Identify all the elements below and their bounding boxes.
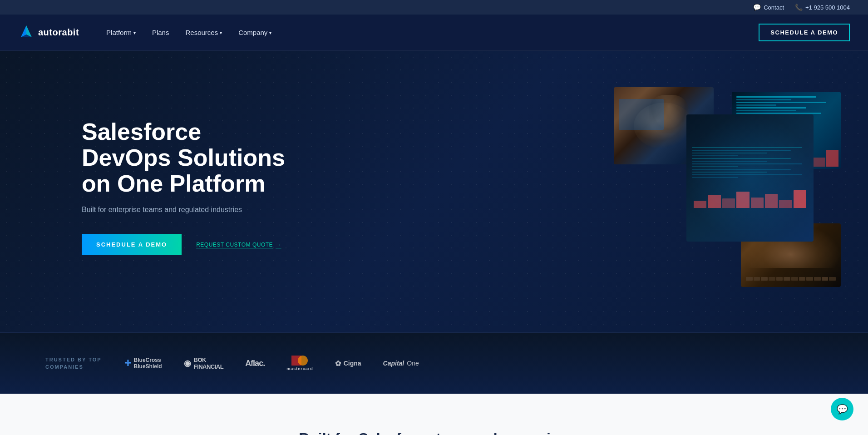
logo-aflac: Aflac. [245,359,265,368]
logo-capitalone: Capital One [383,360,419,367]
logo-cigna: ✿ Cigna [335,359,361,368]
hero-images [614,87,841,287]
nav-schedule-demo-button[interactable]: SCHEDULE A DEMO [759,24,850,41]
logo-bluecross: ✛ BlueCrossBlueShield [124,357,162,370]
hero-title: Salesforce DevOps Solutions on One Platf… [82,119,285,197]
mastercard-right-circle [298,356,308,366]
chat-support-button[interactable]: 💬 [831,398,853,420]
nav-links: Platform ▾ Plans Resources ▾ Company ▾ [106,29,759,36]
hero-custom-quote-link[interactable]: REQUEST CUSTOM QUOTE → [196,242,281,248]
section-below: Built for Salesforce teams who require: [0,394,868,435]
top-bar: 💬 Contact 📞 +1 925 500 1004 [0,0,868,15]
phone-link[interactable]: 📞 +1 925 500 1004 [795,4,850,11]
nav-platform[interactable]: Platform ▾ [106,29,136,36]
logo-icon [18,25,35,41]
section-below-title: Built for Salesforce teams who require: [18,430,850,435]
hero-code-bg [686,114,814,242]
hero-section: Salesforce DevOps Solutions on One Platf… [0,51,868,332]
chat-icon: 💬 [753,4,761,11]
main-nav: autorabit Platform ▾ Plans Resources ▾ C… [0,15,868,51]
nav-plans[interactable]: Plans [152,29,169,36]
trusted-logos: ✛ BlueCrossBlueShield ◉ BOKFINANCIAL Afl… [124,356,823,371]
chevron-down-icon-resources: ▾ [220,30,222,35]
chevron-down-icon: ▾ [133,30,136,35]
logo-mastercard: mastercard [286,356,313,371]
phone-label: +1 925 500 1004 [805,4,850,11]
chat-bubble-icon: 💬 [837,404,848,415]
logo-bok: ◉ BOKFINANCIAL [184,356,224,370]
trusted-label: TRUSTED BY TOP COMPANIES [45,356,102,371]
logo-text: autorabit [38,27,79,38]
chevron-down-icon-company: ▾ [269,30,271,35]
cigna-icon: ✿ [335,359,341,368]
logo[interactable]: autorabit [18,25,79,41]
trusted-section: TRUSTED BY TOP COMPANIES ✛ BlueCrossBlue… [0,332,868,394]
nav-company[interactable]: Company ▾ [238,29,271,36]
bluecross-icon: ✛ [124,358,131,368]
contact-label: Contact [764,4,784,11]
nav-resources[interactable]: Resources ▾ [185,29,222,36]
phone-icon: 📞 [795,4,803,11]
hero-schedule-demo-button[interactable]: SCHEDULE A DEMO [82,234,182,255]
hero-subtitle: Built for enterprise teams and regulated… [82,206,285,214]
contact-link[interactable]: 💬 Contact [753,4,784,11]
hero-actions: SCHEDULE A DEMO REQUEST CUSTOM QUOTE → [82,234,285,255]
bok-icon: ◉ [184,358,191,368]
hero-content: Salesforce DevOps Solutions on One Platf… [82,119,285,256]
arrow-icon: → [276,242,281,248]
